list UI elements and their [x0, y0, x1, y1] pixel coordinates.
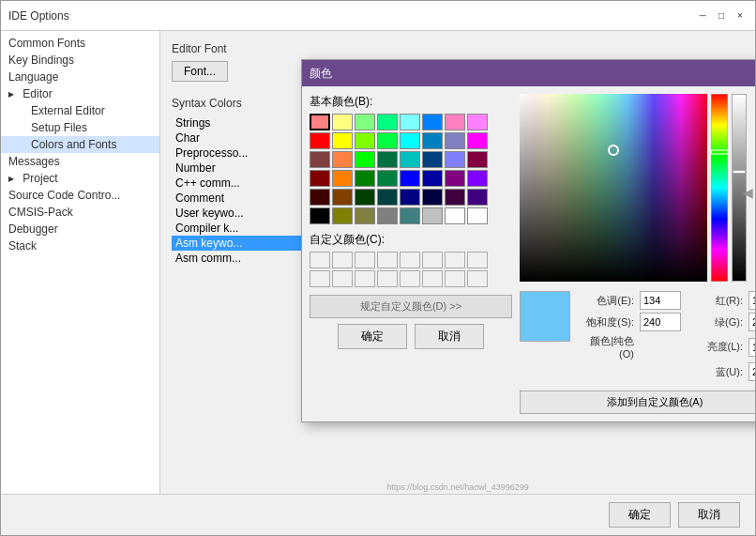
basic-color-swatch[interactable]: [355, 207, 375, 224]
sidebar-item-setup-files[interactable]: Setup Files: [1, 119, 159, 136]
basic-color-swatch[interactable]: [377, 170, 398, 187]
basic-color-swatch[interactable]: [467, 170, 488, 187]
basic-color-swatch[interactable]: [422, 170, 443, 187]
basic-color-swatch[interactable]: [310, 132, 330, 149]
basic-color-swatch[interactable]: [310, 170, 330, 187]
basic-color-swatch[interactable]: [422, 207, 443, 224]
basic-color-swatch[interactable]: [377, 151, 398, 168]
basic-color-swatch[interactable]: [467, 114, 488, 130]
basic-color-swatch[interactable]: [332, 170, 353, 187]
basic-color-swatch[interactable]: [310, 151, 330, 168]
basic-color-swatch[interactable]: [355, 170, 375, 187]
custom-swatch[interactable]: [445, 270, 465, 287]
hue-input[interactable]: [640, 291, 681, 310]
basic-color-swatch[interactable]: [332, 189, 353, 206]
ok-button[interactable]: 确定: [609, 502, 671, 528]
basic-color-swatch[interactable]: [400, 114, 420, 130]
basic-color-swatch[interactable]: [332, 151, 353, 168]
basic-color-swatch[interactable]: [377, 207, 398, 224]
saturation-input[interactable]: [640, 313, 681, 331]
basic-color-swatch[interactable]: [467, 132, 488, 149]
basic-color-swatch[interactable]: [377, 132, 398, 149]
basic-color-swatch[interactable]: [445, 170, 465, 187]
custom-swatch[interactable]: [332, 252, 353, 268]
sidebar-item-language[interactable]: Language: [1, 69, 159, 85]
basic-color-swatch[interactable]: [355, 189, 375, 206]
add-custom-button[interactable]: 添加到自定义颜色(A): [520, 391, 755, 414]
define-custom-button[interactable]: 规定自定义颜色(D) >>: [310, 295, 512, 318]
sidebar-item-messages[interactable]: Messages: [1, 153, 159, 170]
basic-color-swatch[interactable]: [400, 207, 420, 224]
sidebar-item-project[interactable]: ▸ Project: [1, 170, 159, 187]
basic-color-swatch[interactable]: [467, 151, 488, 168]
basic-color-swatch[interactable]: [355, 132, 375, 149]
basic-color-swatch[interactable]: [377, 114, 398, 130]
basic-color-swatch[interactable]: [400, 170, 420, 187]
basic-color-swatch[interactable]: [467, 207, 488, 224]
basic-color-swatch[interactable]: [355, 151, 375, 168]
spectrum-area[interactable]: [520, 94, 707, 282]
sidebar-item-source-code[interactable]: Source Code Contro...: [1, 187, 159, 204]
custom-swatch[interactable]: [400, 252, 420, 268]
basic-color-swatch[interactable]: [422, 151, 443, 168]
sidebar-item-key-bindings[interactable]: Key Bindings: [1, 52, 159, 69]
lightness-bar[interactable]: ◀: [732, 94, 747, 282]
basic-color-swatch[interactable]: [310, 189, 330, 206]
sidebar-item-debugger[interactable]: Debugger: [1, 221, 159, 237]
custom-swatch[interactable]: [377, 270, 398, 287]
custom-swatch[interactable]: [310, 252, 330, 268]
sidebar-item-common-fonts[interactable]: Common Fonts: [1, 35, 159, 52]
maximize-button[interactable]: □: [714, 8, 729, 23]
sidebar-item-stack[interactable]: Stack: [1, 237, 159, 254]
dialog-cancel-button[interactable]: 取消: [415, 324, 484, 349]
minimize-button[interactable]: ─: [695, 8, 710, 23]
basic-color-swatch[interactable]: [332, 114, 353, 130]
custom-swatch[interactable]: [467, 270, 488, 287]
basic-color-swatch[interactable]: [445, 207, 465, 224]
custom-swatch[interactable]: [310, 270, 330, 287]
font-button[interactable]: Font...: [172, 61, 228, 82]
basic-color-swatch[interactable]: [310, 114, 330, 130]
basic-color-swatch[interactable]: [400, 151, 420, 168]
red-input[interactable]: [748, 291, 755, 310]
basic-color-swatch[interactable]: [422, 132, 443, 149]
blue-input[interactable]: [748, 362, 755, 381]
green-input[interactable]: [748, 313, 755, 331]
basic-color-swatch[interactable]: [422, 114, 443, 130]
sidebar-item-label: Setup Files: [31, 121, 87, 134]
custom-swatch[interactable]: [355, 270, 375, 287]
basic-color-swatch[interactable]: [422, 189, 443, 206]
basic-color-swatch[interactable]: [445, 132, 465, 149]
close-button[interactable]: ×: [733, 8, 748, 23]
color-preview: [520, 291, 570, 342]
custom-swatch[interactable]: [467, 252, 488, 268]
basic-color-swatch[interactable]: [467, 189, 488, 206]
custom-swatch[interactable]: [445, 252, 465, 268]
basic-color-swatch[interactable]: [400, 132, 420, 149]
custom-swatch[interactable]: [355, 252, 375, 268]
right-panel: Editor Font Font... Syntax Colors String…: [160, 31, 755, 494]
sidebar-item-external-editor[interactable]: External Editor: [1, 102, 159, 119]
hue-bar[interactable]: [711, 94, 728, 282]
basic-color-swatch[interactable]: [445, 114, 465, 130]
custom-swatch[interactable]: [377, 252, 398, 268]
basic-color-swatch[interactable]: [377, 189, 398, 206]
sidebar-item-cmsis-pack[interactable]: CMSIS-Pack: [1, 204, 159, 221]
basic-color-swatch[interactable]: [332, 207, 353, 224]
basic-color-swatch[interactable]: [332, 132, 353, 149]
basic-color-swatch[interactable]: [400, 189, 420, 206]
cancel-button[interactable]: 取消: [678, 502, 740, 528]
basic-color-swatch[interactable]: [445, 189, 465, 206]
sidebar-item-colors-fonts[interactable]: Colors and Fonts: [1, 136, 159, 153]
basic-color-row: [310, 114, 512, 130]
basic-color-swatch[interactable]: [445, 151, 465, 168]
custom-swatch[interactable]: [422, 252, 443, 268]
basic-color-swatch[interactable]: [310, 207, 330, 224]
brightness-input[interactable]: [748, 338, 755, 357]
dialog-ok-button[interactable]: 确定: [338, 324, 407, 349]
custom-swatch[interactable]: [332, 270, 353, 287]
sidebar-item-editor[interactable]: ▸ Editor: [1, 85, 159, 102]
custom-swatch[interactable]: [422, 270, 443, 287]
basic-color-swatch[interactable]: [355, 114, 375, 130]
custom-swatch[interactable]: [400, 270, 420, 287]
